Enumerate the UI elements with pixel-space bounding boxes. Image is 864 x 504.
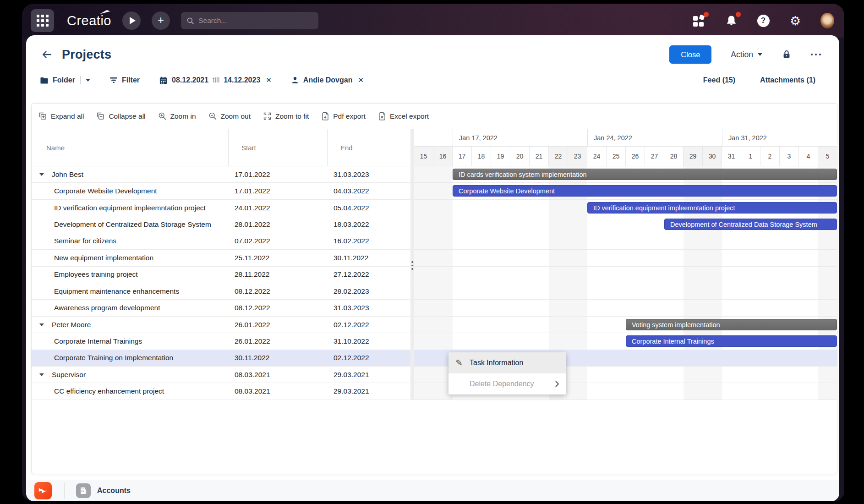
table-row-new-equipment-implementation[interactable]: New equipment implementation25.11.202230… — [32, 250, 837, 266]
context-menu-item-task-information[interactable]: ✎ Task Information — [448, 352, 566, 373]
toolbar-item-label: Zoom to fit — [275, 112, 309, 121]
search-icon — [186, 16, 194, 25]
delete-dependency-label: Delete Dependency — [470, 380, 534, 388]
toolbar-item-collapse-all[interactable]: Collapse all — [96, 112, 145, 121]
table-row-id-verification-equipment-impleemntation-project[interactable]: ID verification equipment impleemntation… — [32, 200, 837, 216]
day-number-cell: 16 — [433, 147, 453, 166]
table-row-cc-efficiency-enhancement-project[interactable]: CC efficiency enhancement project08.03.2… — [32, 383, 837, 400]
gantt-bar-development-of-centralized-data-storage-system[interactable]: Development of Centralized Data Storage … — [664, 219, 837, 230]
chevron-down-icon — [758, 53, 762, 56]
app-launcher-button[interactable] — [31, 9, 54, 32]
notifications-bell-icon[interactable] — [724, 14, 738, 27]
more-options-button[interactable] — [811, 54, 821, 55]
row-name-cell: Awareness program development — [32, 304, 228, 312]
question-mark-icon: ? — [757, 15, 770, 27]
gantt-bar-id-verification-equipment-impleemntation-project[interactable]: ID verification equipment impleemntation… — [587, 202, 837, 214]
help-icon[interactable]: ? — [756, 14, 770, 27]
grid-gantt-splitter[interactable] — [410, 129, 414, 400]
table-row-corporate-website-development[interactable]: Corporate Website Development17.01.20220… — [32, 183, 837, 199]
page-header: Projects Close Action — [40, 44, 821, 65]
lock-button[interactable] — [782, 49, 792, 60]
toolbar-item-excel-export[interactable]: Excel export — [378, 112, 429, 121]
toolbar-item-expand-all[interactable]: Expand all — [38, 112, 84, 121]
gantt-bar-id-cards-verification-system-implementation[interactable]: ID cards verification system implementat… — [453, 169, 837, 180]
week-label: Jan 31, 2022 — [722, 129, 837, 147]
column-header-end[interactable]: End — [327, 129, 410, 166]
folder-caret-icon[interactable] — [86, 79, 90, 82]
gantt-bar-voting-system-implementation[interactable]: Voting system implementation — [626, 319, 837, 330]
row-name-cell: ID verification equipment impleemntation… — [32, 204, 228, 212]
collapse-caret-icon[interactable] — [39, 173, 44, 176]
row-name-text: Corporate Internal Trainings — [54, 337, 142, 345]
column-header-start[interactable]: Start — [228, 129, 327, 166]
accounts-tab-label[interactable]: Accounts — [97, 487, 131, 495]
settings-gear-icon[interactable]: ⚙ — [788, 14, 802, 27]
table-row-development-of-centralized-data-storage-system[interactable]: Development of Centralized Data Storage … — [32, 216, 837, 233]
search-input[interactable] — [198, 16, 313, 25]
play-button[interactable] — [122, 11, 141, 30]
table-row-equipment-maintenance-enhancements[interactable]: Equipment maintenance enhancements08.12.… — [32, 283, 837, 300]
table-row-peter-moore[interactable]: Peter Moore26.01.202202.12.2022Voting sy… — [32, 317, 837, 333]
row-start-date: 17.01.2022 — [228, 170, 327, 179]
day-number-cell: 24 — [587, 147, 607, 166]
gantt-toolbar: Expand allCollapse allZoom inZoom outZoo… — [32, 104, 837, 129]
row-end-date: 05.04.2022 — [327, 204, 410, 212]
creatio-app-icon[interactable] — [34, 482, 52, 499]
feed-link[interactable]: Feed (15) — [703, 76, 735, 84]
row-end-date: 04.03.2022 — [327, 187, 410, 195]
close-button[interactable]: Close — [669, 45, 711, 64]
toolbar-item-zoom-in[interactable]: Zoom in — [158, 112, 196, 121]
filter-button[interactable]: Filter — [109, 76, 140, 84]
back-button[interactable] — [40, 48, 54, 61]
column-header-name[interactable]: Name — [32, 129, 228, 166]
four-squares-icon — [693, 15, 705, 27]
table-row-supervisor[interactable]: Supervisor08.03.202129.03.2021 — [32, 367, 837, 383]
toolbar-item-label: Excel export — [390, 112, 429, 121]
clear-owner-filter-icon[interactable]: ✕ — [358, 76, 364, 84]
gantt-bar-corporate-internal-trainings[interactable]: Corporate Internal Trainings — [626, 335, 837, 347]
table-row-employees-training-project[interactable]: Employees training project28.11.202227.1… — [32, 267, 837, 283]
toolbar-item-zoom-to-fit[interactable]: Zoom to fit — [263, 112, 309, 121]
row-start-date: 08.12.2022 — [228, 287, 327, 296]
clear-date-filter-icon[interactable]: ✕ — [266, 76, 272, 84]
owner-name: Andie Dovgan — [303, 76, 353, 84]
workplaces-icon[interactable] — [692, 14, 706, 27]
table-row-john-best[interactable]: John Best17.01.202231.03.2023ID cards ve… — [32, 166, 837, 183]
owner-filter-chip[interactable]: Andie Dovgan ✕ — [291, 76, 364, 84]
folder-selector[interactable]: Folder — [40, 76, 90, 84]
add-button[interactable]: + — [152, 11, 170, 30]
row-name-text: Equipment maintenance enhancements — [54, 287, 179, 296]
creatio-mark-icon — [38, 487, 48, 494]
bottom-tab-bar: Accounts — [26, 480, 839, 501]
day-number-cell: 2 — [760, 147, 780, 166]
global-search[interactable] — [181, 12, 318, 29]
gantt-bar-corporate-website-development[interactable]: Corporate Website Development — [453, 185, 837, 197]
table-row-corporate-training-on-implementation[interactable]: Corporate Training on Implementation30.1… — [32, 350, 837, 367]
toolbar-item-zoom-out[interactable]: Zoom out — [208, 112, 251, 121]
row-end-date: 28.02.2023 — [327, 287, 410, 296]
gantt-timeline-header: Jan 17, 2022Jan 24, 2022Jan 31, 2022 151… — [414, 129, 837, 166]
filter-bar: Folder Filter — [40, 73, 815, 88]
row-name-text: Corporate Training on Implementation — [54, 354, 173, 362]
collapse-caret-icon[interactable] — [39, 373, 44, 376]
user-avatar[interactable] — [820, 14, 834, 27]
table-row-corporate-internal-trainings[interactable]: Corporate Internal Trainings26.01.202231… — [32, 333, 837, 350]
date-range-chip[interactable]: 08.12.2021 till 14.12.2023 ✕ — [159, 76, 272, 85]
detail-links: Feed (15) Attachments (1) — [703, 76, 815, 84]
toolbar-item-label: Collapse all — [109, 112, 145, 121]
row-name-cell: Corporate Website Development — [32, 187, 228, 195]
context-menu-item-delete-dependency[interactable]: Delete Dependency — [448, 373, 566, 394]
attachments-link[interactable]: Attachments (1) — [760, 76, 815, 84]
row-name-cell: CC efficiency enhancement project — [32, 387, 228, 395]
date-from: 08.12.2021 — [172, 76, 208, 84]
collapse-caret-icon[interactable] — [39, 323, 44, 326]
date-to: 14.12.2023 — [224, 76, 260, 84]
table-row-seminar-for-citizens[interactable]: Seminar for citizens07.02.202216.02.2022 — [32, 233, 837, 250]
action-dropdown[interactable]: Action — [731, 50, 762, 60]
row-name-text: Seminar for citizens — [54, 237, 116, 245]
toolbar-item-label: Zoom out — [221, 112, 251, 121]
accounts-tab-icon[interactable] — [76, 483, 91, 498]
row-start-date: 07.02.2022 — [228, 237, 327, 245]
table-row-awareness-program-development[interactable]: Awareness program development08.12.20223… — [32, 300, 837, 316]
toolbar-item-pdf-export[interactable]: Pdf export — [321, 112, 366, 121]
